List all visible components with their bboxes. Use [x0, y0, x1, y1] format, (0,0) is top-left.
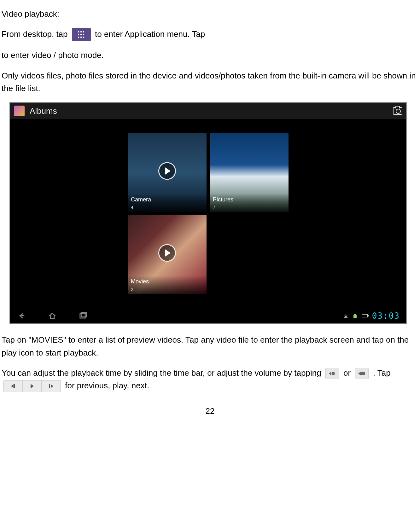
page-number-value: 22 [206, 406, 215, 416]
heading: Video playback: [0, 8, 420, 20]
p5-text-b: or [343, 368, 353, 378]
album-empty-slot [210, 215, 289, 294]
previous-icon [4, 380, 23, 392]
p5-text-c: . Tap [373, 368, 391, 378]
app-topbar: Albums [10, 103, 406, 119]
paragraph-3: Only videos files, photo files stored in… [0, 69, 420, 95]
heading-text: Video playback: [2, 9, 59, 19]
status-bar: 03:03 [344, 310, 400, 322]
svg-rect-2 [353, 315, 357, 318]
p1-text-b: to enter Application menu. Tap [95, 29, 205, 39]
paragraph-2: to enter video / photo mode. [0, 49, 420, 61]
album-movies-label: Movies [131, 278, 149, 285]
tablet-screenshot: Albums Camera 4 Pictures 7 Movies [9, 102, 407, 324]
app-title: Albums [30, 105, 57, 117]
play-overlay-icon [158, 244, 176, 262]
p5-text-a: You can adjust the playback time by slid… [2, 368, 324, 378]
album-pictures-count: 7 [213, 204, 285, 211]
play-icon [23, 380, 42, 392]
album-camera[interactable]: Camera 4 [128, 133, 207, 212]
nav-home-icon[interactable] [47, 311, 58, 320]
apps-menu-icon [72, 28, 91, 41]
status-time: 03:03 [372, 310, 400, 322]
nav-recent-icon[interactable] [77, 311, 88, 320]
gallery-app-icon [14, 106, 25, 116]
album-movies[interactable]: Movies 2 [128, 215, 207, 294]
paragraph-1: From desktop, tap to enter Application m… [0, 28, 420, 41]
paragraph-4: Tap on "MOVIES" to enter a list of previ… [0, 333, 420, 359]
albums-grid-area: Camera 4 Pictures 7 Movies 2 [10, 119, 406, 308]
paragraph-5: You can adjust the playback time by slid… [0, 367, 420, 392]
p2-text: to enter video / photo mode. [2, 50, 104, 60]
album-camera-count: 4 [131, 204, 203, 211]
volume-down-icon [325, 368, 339, 379]
p4-text: Tap on "MOVIES" to enter a list of previ… [2, 335, 409, 357]
nav-bar: 03:03 [10, 308, 406, 323]
album-movies-count: 2 [131, 286, 203, 293]
camera-icon[interactable] [393, 107, 402, 115]
album-pictures-label: Pictures [213, 196, 233, 203]
volume-up-icon [355, 368, 369, 379]
nav-back-icon[interactable] [16, 311, 28, 320]
p1-text-a: From desktop, tap [2, 29, 70, 39]
next-icon [42, 380, 61, 392]
album-pictures[interactable]: Pictures 7 [210, 133, 289, 212]
playback-controls-icon [3, 380, 61, 392]
svg-point-3 [354, 314, 356, 316]
page-number: 22 [0, 405, 420, 417]
album-camera-label: Camera [131, 196, 151, 203]
battery-icon [362, 314, 368, 317]
p3-text: Only videos files, photo files stored in… [2, 71, 416, 93]
download-status-icon [344, 313, 348, 319]
android-status-icon [353, 313, 358, 318]
p5-text-d: for previous, play, next. [65, 381, 149, 390]
play-overlay-icon [158, 162, 176, 180]
